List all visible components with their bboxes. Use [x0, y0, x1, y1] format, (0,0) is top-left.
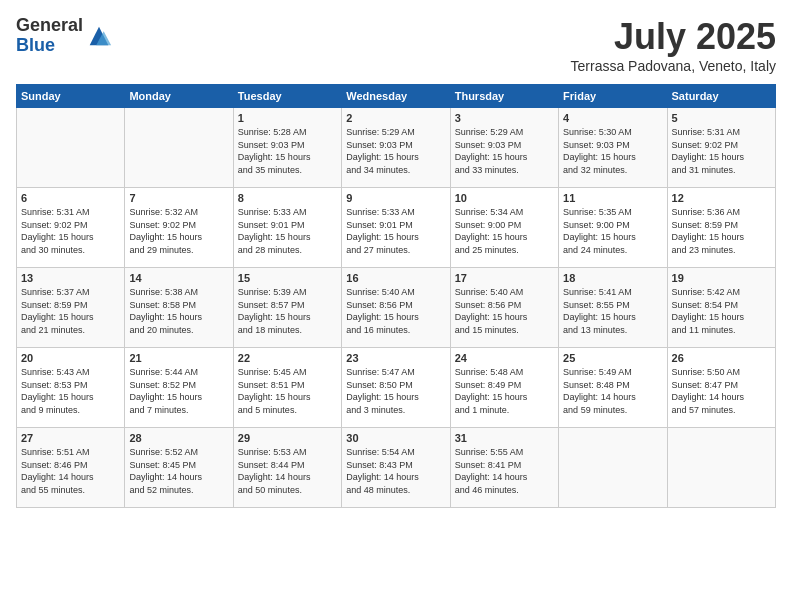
day-info: Sunrise: 5:52 AM Sunset: 8:45 PM Dayligh…: [129, 446, 228, 496]
day-number: 20: [21, 352, 120, 364]
day-number: 4: [563, 112, 662, 124]
day-number: 31: [455, 432, 554, 444]
calendar-cell: 29Sunrise: 5:53 AM Sunset: 8:44 PM Dayli…: [233, 428, 341, 508]
month-year: July 2025: [571, 16, 776, 58]
calendar-cell: 23Sunrise: 5:47 AM Sunset: 8:50 PM Dayli…: [342, 348, 450, 428]
day-number: 9: [346, 192, 445, 204]
calendar-cell: 27Sunrise: 5:51 AM Sunset: 8:46 PM Dayli…: [17, 428, 125, 508]
day-number: 11: [563, 192, 662, 204]
calendar-cell: 6Sunrise: 5:31 AM Sunset: 9:02 PM Daylig…: [17, 188, 125, 268]
page-header: General Blue July 2025 Terrassa Padovana…: [16, 16, 776, 74]
calendar-cell: 20Sunrise: 5:43 AM Sunset: 8:53 PM Dayli…: [17, 348, 125, 428]
logo-blue: Blue: [16, 36, 83, 56]
calendar-week-row: 13Sunrise: 5:37 AM Sunset: 8:59 PM Dayli…: [17, 268, 776, 348]
calendar-week-row: 1Sunrise: 5:28 AM Sunset: 9:03 PM Daylig…: [17, 108, 776, 188]
day-info: Sunrise: 5:49 AM Sunset: 8:48 PM Dayligh…: [563, 366, 662, 416]
day-info: Sunrise: 5:31 AM Sunset: 9:02 PM Dayligh…: [21, 206, 120, 256]
day-number: 3: [455, 112, 554, 124]
day-number: 13: [21, 272, 120, 284]
day-number: 15: [238, 272, 337, 284]
calendar-cell: [17, 108, 125, 188]
calendar-week-row: 20Sunrise: 5:43 AM Sunset: 8:53 PM Dayli…: [17, 348, 776, 428]
day-info: Sunrise: 5:40 AM Sunset: 8:56 PM Dayligh…: [346, 286, 445, 336]
day-number: 25: [563, 352, 662, 364]
day-number: 26: [672, 352, 771, 364]
day-number: 21: [129, 352, 228, 364]
day-info: Sunrise: 5:54 AM Sunset: 8:43 PM Dayligh…: [346, 446, 445, 496]
day-number: 8: [238, 192, 337, 204]
day-of-week-header: Monday: [125, 85, 233, 108]
calendar-cell: 9Sunrise: 5:33 AM Sunset: 9:01 PM Daylig…: [342, 188, 450, 268]
day-number: 30: [346, 432, 445, 444]
calendar-cell: 21Sunrise: 5:44 AM Sunset: 8:52 PM Dayli…: [125, 348, 233, 428]
calendar-cell: 30Sunrise: 5:54 AM Sunset: 8:43 PM Dayli…: [342, 428, 450, 508]
day-info: Sunrise: 5:30 AM Sunset: 9:03 PM Dayligh…: [563, 126, 662, 176]
calendar-cell: [667, 428, 775, 508]
day-info: Sunrise: 5:36 AM Sunset: 8:59 PM Dayligh…: [672, 206, 771, 256]
calendar-cell: 17Sunrise: 5:40 AM Sunset: 8:56 PM Dayli…: [450, 268, 558, 348]
day-of-week-header: Saturday: [667, 85, 775, 108]
day-info: Sunrise: 5:50 AM Sunset: 8:47 PM Dayligh…: [672, 366, 771, 416]
day-info: Sunrise: 5:38 AM Sunset: 8:58 PM Dayligh…: [129, 286, 228, 336]
day-number: 23: [346, 352, 445, 364]
calendar-cell: 8Sunrise: 5:33 AM Sunset: 9:01 PM Daylig…: [233, 188, 341, 268]
day-info: Sunrise: 5:43 AM Sunset: 8:53 PM Dayligh…: [21, 366, 120, 416]
day-number: 5: [672, 112, 771, 124]
day-info: Sunrise: 5:28 AM Sunset: 9:03 PM Dayligh…: [238, 126, 337, 176]
day-of-week-header: Wednesday: [342, 85, 450, 108]
calendar-cell: 2Sunrise: 5:29 AM Sunset: 9:03 PM Daylig…: [342, 108, 450, 188]
calendar-cell: 4Sunrise: 5:30 AM Sunset: 9:03 PM Daylig…: [559, 108, 667, 188]
calendar-cell: 18Sunrise: 5:41 AM Sunset: 8:55 PM Dayli…: [559, 268, 667, 348]
day-number: 28: [129, 432, 228, 444]
day-info: Sunrise: 5:47 AM Sunset: 8:50 PM Dayligh…: [346, 366, 445, 416]
day-of-week-header: Thursday: [450, 85, 558, 108]
calendar-cell: 7Sunrise: 5:32 AM Sunset: 9:02 PM Daylig…: [125, 188, 233, 268]
day-info: Sunrise: 5:51 AM Sunset: 8:46 PM Dayligh…: [21, 446, 120, 496]
day-info: Sunrise: 5:32 AM Sunset: 9:02 PM Dayligh…: [129, 206, 228, 256]
day-number: 16: [346, 272, 445, 284]
day-info: Sunrise: 5:35 AM Sunset: 9:00 PM Dayligh…: [563, 206, 662, 256]
day-info: Sunrise: 5:40 AM Sunset: 8:56 PM Dayligh…: [455, 286, 554, 336]
day-number: 6: [21, 192, 120, 204]
calendar-cell: 28Sunrise: 5:52 AM Sunset: 8:45 PM Dayli…: [125, 428, 233, 508]
calendar-cell: 26Sunrise: 5:50 AM Sunset: 8:47 PM Dayli…: [667, 348, 775, 428]
calendar-cell: 12Sunrise: 5:36 AM Sunset: 8:59 PM Dayli…: [667, 188, 775, 268]
calendar-table: SundayMondayTuesdayWednesdayThursdayFrid…: [16, 84, 776, 508]
day-number: 7: [129, 192, 228, 204]
day-of-week-header: Friday: [559, 85, 667, 108]
calendar-cell: 19Sunrise: 5:42 AM Sunset: 8:54 PM Dayli…: [667, 268, 775, 348]
day-number: 14: [129, 272, 228, 284]
calendar-week-row: 6Sunrise: 5:31 AM Sunset: 9:02 PM Daylig…: [17, 188, 776, 268]
calendar-cell: 25Sunrise: 5:49 AM Sunset: 8:48 PM Dayli…: [559, 348, 667, 428]
day-of-week-header: Sunday: [17, 85, 125, 108]
day-number: 10: [455, 192, 554, 204]
calendar-cell: 15Sunrise: 5:39 AM Sunset: 8:57 PM Dayli…: [233, 268, 341, 348]
calendar-cell: 10Sunrise: 5:34 AM Sunset: 9:00 PM Dayli…: [450, 188, 558, 268]
location: Terrassa Padovana, Veneto, Italy: [571, 58, 776, 74]
day-info: Sunrise: 5:55 AM Sunset: 8:41 PM Dayligh…: [455, 446, 554, 496]
day-info: Sunrise: 5:41 AM Sunset: 8:55 PM Dayligh…: [563, 286, 662, 336]
day-number: 2: [346, 112, 445, 124]
day-info: Sunrise: 5:29 AM Sunset: 9:03 PM Dayligh…: [346, 126, 445, 176]
calendar-cell: 31Sunrise: 5:55 AM Sunset: 8:41 PM Dayli…: [450, 428, 558, 508]
day-number: 12: [672, 192, 771, 204]
logo-general: General: [16, 16, 83, 36]
calendar-header-row: SundayMondayTuesdayWednesdayThursdayFrid…: [17, 85, 776, 108]
day-info: Sunrise: 5:45 AM Sunset: 8:51 PM Dayligh…: [238, 366, 337, 416]
day-number: 19: [672, 272, 771, 284]
calendar-week-row: 27Sunrise: 5:51 AM Sunset: 8:46 PM Dayli…: [17, 428, 776, 508]
calendar-cell: [125, 108, 233, 188]
day-info: Sunrise: 5:53 AM Sunset: 8:44 PM Dayligh…: [238, 446, 337, 496]
calendar-cell: 24Sunrise: 5:48 AM Sunset: 8:49 PM Dayli…: [450, 348, 558, 428]
day-info: Sunrise: 5:33 AM Sunset: 9:01 PM Dayligh…: [346, 206, 445, 256]
calendar-cell: 14Sunrise: 5:38 AM Sunset: 8:58 PM Dayli…: [125, 268, 233, 348]
day-number: 27: [21, 432, 120, 444]
day-info: Sunrise: 5:39 AM Sunset: 8:57 PM Dayligh…: [238, 286, 337, 336]
calendar-cell: 5Sunrise: 5:31 AM Sunset: 9:02 PM Daylig…: [667, 108, 775, 188]
day-number: 29: [238, 432, 337, 444]
day-info: Sunrise: 5:48 AM Sunset: 8:49 PM Dayligh…: [455, 366, 554, 416]
day-info: Sunrise: 5:31 AM Sunset: 9:02 PM Dayligh…: [672, 126, 771, 176]
calendar-cell: 1Sunrise: 5:28 AM Sunset: 9:03 PM Daylig…: [233, 108, 341, 188]
logo: General Blue: [16, 16, 113, 56]
calendar-cell: 16Sunrise: 5:40 AM Sunset: 8:56 PM Dayli…: [342, 268, 450, 348]
